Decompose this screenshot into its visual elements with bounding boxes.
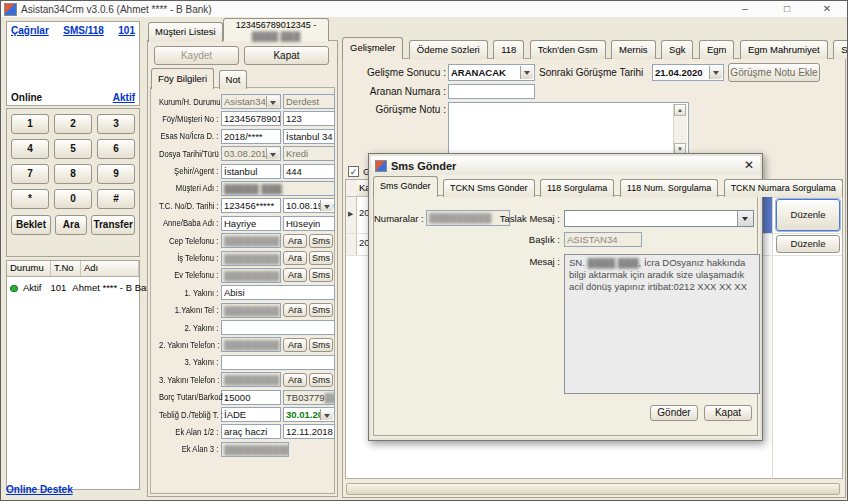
taslak-mesaj-combo[interactable]	[564, 210, 754, 227]
tab-tckn-sms-gonder[interactable]: TCKN Sms Gönder	[443, 179, 535, 197]
dialpad-key-6[interactable]: 6	[97, 139, 135, 159]
yakini3-tel-input[interactable]: ▓▓▓▓▓▓▓▓	[221, 372, 281, 387]
ara-button[interactable]: Ara	[283, 251, 307, 265]
barkod-input[interactable]: TB03779▓▓▓	[283, 390, 335, 405]
sms-118-link[interactable]: SMS/118	[63, 25, 104, 36]
dialpad-key-0[interactable]: 0	[54, 189, 92, 209]
baba-adi-input[interactable]: Hüseyin	[283, 216, 335, 231]
durum-input[interactable]: Derdest	[283, 94, 335, 109]
agent-input[interactable]: 444	[283, 164, 335, 179]
dialpad-key-8[interactable]: 8	[54, 164, 92, 184]
call-button[interactable]: Ara	[55, 215, 87, 235]
sehir-input[interactable]: İstanbul	[221, 164, 281, 179]
sms-button[interactable]: Sms	[309, 338, 333, 352]
tab-active-customer[interactable]: 123456789012345 - ▓▓▓▓ ▓▓▓	[223, 18, 329, 41]
yakini3-input[interactable]	[221, 355, 335, 370]
ek-alan2-input[interactable]: 12.11.2018	[283, 424, 335, 439]
tab-tcknden-gsm[interactable]: Tckn'den Gsm	[530, 40, 606, 59]
calls-link[interactable]: Çağrılar	[11, 25, 49, 36]
musteri-no-input[interactable]: 123	[283, 111, 335, 126]
close-button[interactable]: ✕	[813, 2, 841, 15]
sms-button[interactable]: Sms	[309, 373, 333, 387]
maximize-button[interactable]: □	[773, 2, 801, 15]
tab-118-num-sorgulama[interactable]: 118 Num. Sorgulama	[620, 179, 718, 197]
dialpad-key-7[interactable]: 7	[11, 164, 49, 184]
cep-telefonu-input[interactable]: ▓▓▓▓▓▓▓▓	[221, 233, 281, 248]
sms-button[interactable]: Sms	[309, 251, 333, 265]
teblig-durumu-input[interactable]: İADE	[221, 407, 281, 422]
is-telefonu-input[interactable]: ▓▓▓▓▓▓▓▓	[221, 251, 281, 266]
dialpad-key-1[interactable]: 1	[11, 114, 49, 134]
transfer-button[interactable]: Transfer	[91, 215, 135, 235]
mesaj-textarea[interactable]: SN. ▓▓▓▓ ▓▓▓, İcra DOsyanız hakkında bil…	[564, 254, 760, 394]
tab-odeme-sozleri[interactable]: Ödeme Sözleri	[409, 40, 488, 59]
tab-sgk[interactable]: Sgk	[661, 40, 693, 59]
tc-no-input[interactable]: 123456*****	[221, 198, 281, 213]
notes-scrollbar[interactable]: ▲ ▼	[673, 104, 687, 155]
tab-gelismeler[interactable]: Gelişmeler	[342, 37, 403, 59]
sonraki-gorusme-tarihi-combo[interactable]: 21.04.2020	[652, 64, 724, 81]
dosya-tarihi-combo[interactable]: 03.08.2016	[221, 146, 281, 161]
ev-telefonu-input[interactable]: ▓▓▓▓▓▓▓▓	[221, 268, 281, 283]
tab-egm[interactable]: Egm	[699, 40, 735, 59]
tab-customer-list[interactable]: Müşteri Listesi	[148, 22, 223, 42]
sms-button[interactable]: Sms	[309, 268, 333, 282]
baslik-input[interactable]: ASISTAN34	[564, 232, 642, 247]
ara-button[interactable]: Ara	[283, 303, 307, 317]
row-selector[interactable]	[346, 233, 357, 255]
dialpad-key-hash[interactable]: #	[97, 189, 135, 209]
yakini2-tel-input[interactable]: ▓▓▓▓▓▓▓▓	[221, 337, 281, 352]
sms-button[interactable]: Sms	[309, 303, 333, 317]
save-button[interactable]: Kaydet	[154, 46, 239, 65]
tab-foy-bilgileri[interactable]: Föy Bilgileri	[151, 68, 214, 89]
ara-button[interactable]: Ara	[283, 373, 307, 387]
yakini1-input[interactable]: Abisi	[221, 285, 335, 300]
extension-101-link[interactable]: 101	[118, 25, 135, 36]
dialog-close-icon[interactable]: ✕	[744, 158, 754, 172]
dogum-tarihi-combo[interactable]: 10.08.1990	[283, 198, 335, 213]
icra-dairesi-input[interactable]: İstanbul 34	[283, 129, 335, 144]
tab-not[interactable]: Not	[219, 70, 248, 89]
borc-tutari-input[interactable]: 15000	[221, 390, 281, 405]
gorusme-notu-ekle-button[interactable]: Görüşme Notu Ekle	[728, 63, 820, 82]
ek-alan1-input[interactable]: araç haczi	[221, 424, 281, 439]
musteri-adi-input[interactable]: ▓▓▓▓▓ ▓▓▓	[221, 181, 335, 196]
ara-button[interactable]: Ara	[283, 338, 307, 352]
dialpad-key-4[interactable]: 4	[11, 139, 49, 159]
gelisme-sonucu-combo[interactable]: ARANACAK	[448, 64, 535, 81]
tab-mernis[interactable]: Mernis	[611, 40, 656, 59]
close-customer-button[interactable]: Kapat	[244, 46, 329, 65]
aranan-numara-input[interactable]	[448, 84, 535, 99]
dialpad-key-9[interactable]: 9	[97, 164, 135, 184]
ara-button[interactable]: Ara	[283, 234, 307, 248]
tab-safahat[interactable]: Safahat	[833, 40, 848, 59]
duzenle-button[interactable]: Düzenle	[776, 235, 840, 253]
dialpad-key-2[interactable]: 2	[54, 114, 92, 134]
active-status-link[interactable]: Aktif	[113, 92, 135, 103]
kurum-combo[interactable]: Asistan34 -...	[221, 94, 281, 109]
hold-button[interactable]: Beklet	[11, 215, 51, 235]
kapat-button[interactable]: Kapat	[704, 405, 752, 421]
teblig-tarihi-combo[interactable]: 30.01.2017	[283, 407, 335, 422]
anne-adi-input[interactable]: Hayriye	[221, 216, 281, 231]
dialpad-key-5[interactable]: 5	[54, 139, 92, 159]
dialpad-key-star[interactable]: *	[11, 189, 49, 209]
esas-no-input[interactable]: 2018/****	[221, 129, 281, 144]
row-selector[interactable]: ▶	[346, 197, 357, 233]
agent-row[interactable]: Aktif 101 Ahmet **** - B Bank	[7, 280, 139, 295]
ek-alan3-input[interactable]: ▓▓▓▓▓▓▓▓▓▓	[221, 442, 289, 457]
tab-118[interactable]: 118	[493, 40, 524, 59]
dialpad-key-3[interactable]: 3	[97, 114, 135, 134]
ara-button[interactable]: Ara	[283, 268, 307, 282]
collapsed-panel-strip[interactable]	[346, 483, 840, 495]
sms-button[interactable]: Sms	[309, 234, 333, 248]
minimize-button[interactable]: –	[731, 2, 759, 15]
dosya-turu-input[interactable]: Kredi	[283, 146, 335, 161]
scrollbar-up-icon[interactable]: ▲	[674, 104, 686, 116]
foy-no-input[interactable]: 12345678901▓▓▓	[221, 111, 281, 126]
gorusme-notu-textarea[interactable]: ▲ ▼	[448, 102, 689, 157]
tab-118-sorgulama[interactable]: 118 Sorgulama	[540, 179, 614, 197]
tab-sms-gonder[interactable]: Sms Gönder	[373, 176, 438, 197]
duzenle-button[interactable]: Düzenle	[776, 199, 840, 231]
yakini2-input[interactable]	[221, 320, 335, 335]
